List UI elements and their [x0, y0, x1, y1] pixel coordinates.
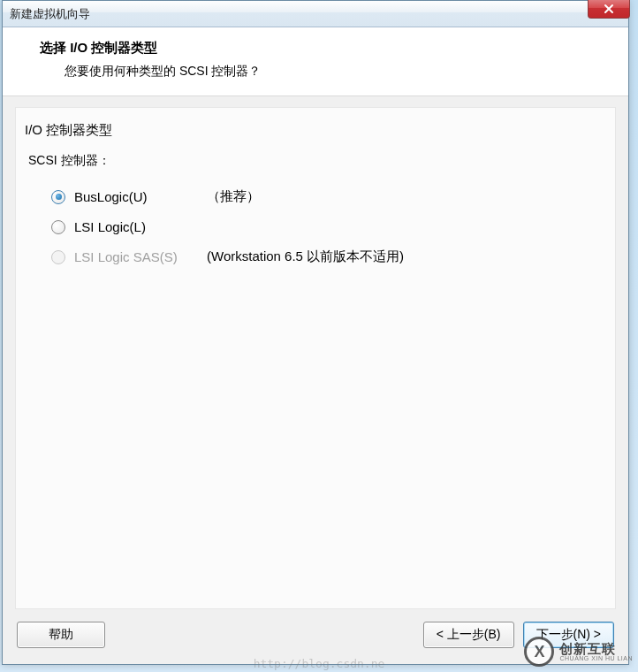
group-label: SCSI 控制器：	[25, 153, 606, 169]
radio-note: (Workstation 6.5 以前版本不适用)	[207, 248, 404, 265]
back-button[interactable]: < 上一步(B)	[423, 622, 514, 648]
header-title: 选择 I/O 控制器类型	[40, 40, 607, 57]
wizard-header: 选择 I/O 控制器类型 您要使用何种类型的 SCSI 控制器？	[3, 27, 628, 96]
radio-icon	[51, 250, 65, 264]
close-icon	[604, 4, 614, 14]
wizard-window: 新建虚拟机向导 选择 I/O 控制器类型 您要使用何种类型的 SCSI 控制器？…	[2, 0, 629, 665]
next-button[interactable]: 下一步(N) >	[523, 622, 615, 648]
close-button[interactable]	[588, 0, 630, 19]
content-area: I/O 控制器类型 SCSI 控制器： BusLogic(U) （推荐） LSI…	[15, 107, 616, 609]
radio-option-lsilogic[interactable]: LSI Logic(L)	[25, 212, 606, 241]
radio-label: BusLogic(U)	[74, 189, 189, 204]
wizard-footer: 帮助 < 上一步(B) 下一步(N) >	[3, 609, 628, 664]
radio-icon	[51, 220, 65, 234]
header-subtitle: 您要使用何种类型的 SCSI 控制器？	[40, 64, 607, 80]
radio-label: LSI Logic(L)	[74, 219, 189, 234]
radio-option-buslogic[interactable]: BusLogic(U) （推荐）	[25, 181, 606, 212]
window-title: 新建虚拟机向导	[10, 6, 90, 22]
radio-note: （推荐）	[207, 188, 260, 205]
radio-icon	[51, 190, 65, 204]
titlebar: 新建虚拟机向导	[3, 1, 628, 27]
section-label: I/O 控制器类型	[25, 122, 606, 139]
radio-label: LSI Logic SAS(S)	[74, 249, 189, 264]
help-button[interactable]: 帮助	[17, 622, 105, 648]
radio-option-lsilogic-sas: LSI Logic SAS(S) (Workstation 6.5 以前版本不适…	[25, 241, 606, 272]
